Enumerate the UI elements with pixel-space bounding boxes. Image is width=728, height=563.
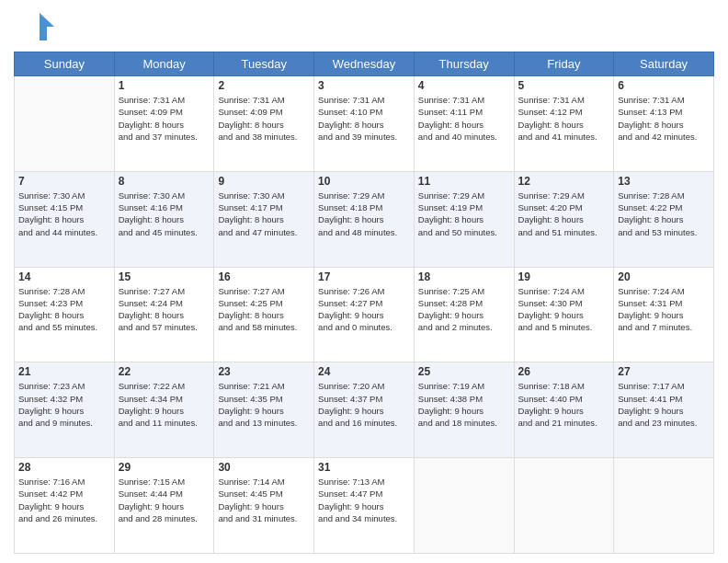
sunset-text: Sunset: 4:20 PM [518, 201, 610, 213]
daylight-minutes: and and 45 minutes. [119, 226, 210, 238]
sunset-text: Sunset: 4:15 PM [18, 201, 110, 213]
calendar-cell: 26Sunrise: 7:18 AMSunset: 4:40 PMDayligh… [514, 362, 614, 458]
day-number: 9 [218, 175, 310, 188]
sunset-text: Sunset: 4:09 PM [218, 106, 310, 118]
daylight-text: Daylight: 8 hours [18, 213, 110, 225]
daylight-minutes: and and 34 minutes. [318, 512, 410, 524]
daylight-minutes: and and 51 minutes. [518, 226, 610, 238]
day-number: 24 [318, 365, 410, 378]
daylight-text: Daylight: 9 hours [119, 405, 210, 417]
calendar-cell: 11Sunrise: 7:29 AMSunset: 4:19 PMDayligh… [414, 171, 514, 267]
daylight-minutes: and and 18 minutes. [418, 417, 510, 429]
sunset-text: Sunset: 4:30 PM [518, 297, 610, 309]
sunrise-text: Sunrise: 7:31 AM [518, 94, 610, 106]
calendar-cell: 15Sunrise: 7:27 AMSunset: 4:24 PMDayligh… [114, 267, 214, 362]
day-number: 4 [418, 79, 510, 92]
daylight-text: Daylight: 8 hours [618, 119, 710, 131]
daylight-text: Daylight: 9 hours [618, 405, 710, 417]
calendar-cell [614, 458, 714, 554]
calendar-cell: 23Sunrise: 7:21 AMSunset: 4:35 PMDayligh… [214, 362, 314, 458]
daylight-text: Daylight: 9 hours [18, 405, 110, 417]
sunrise-text: Sunrise: 7:31 AM [418, 94, 510, 106]
calendar-cell: 4Sunrise: 7:31 AMSunset: 4:11 PMDaylight… [414, 76, 514, 172]
sunset-text: Sunset: 4:37 PM [318, 393, 410, 405]
daylight-minutes: and and 47 minutes. [218, 226, 310, 238]
sunset-text: Sunset: 4:17 PM [218, 201, 310, 213]
week-row-3: 14Sunrise: 7:28 AMSunset: 4:23 PMDayligh… [15, 267, 714, 362]
daylight-text: Daylight: 8 hours [218, 119, 310, 131]
daylight-minutes: and and 44 minutes. [18, 226, 110, 238]
daylight-text: Daylight: 8 hours [518, 213, 610, 225]
sunrise-text: Sunrise: 7:31 AM [218, 94, 310, 106]
daylight-text: Daylight: 9 hours [518, 309, 610, 321]
sunrise-text: Sunrise: 7:25 AM [418, 285, 510, 297]
sunrise-text: Sunrise: 7:29 AM [418, 190, 510, 201]
sunset-text: Sunset: 4:35 PM [218, 393, 310, 405]
daylight-minutes: and and 50 minutes. [418, 226, 510, 238]
weekday-friday: Friday [514, 52, 614, 76]
calendar-cell: 9Sunrise: 7:30 AMSunset: 4:17 PMDaylight… [214, 171, 314, 267]
sunrise-text: Sunrise: 7:30 AM [18, 190, 110, 201]
logo [14, 9, 59, 44]
daylight-minutes: and and 5 minutes. [518, 321, 610, 333]
daylight-text: Daylight: 8 hours [218, 309, 310, 321]
sunrise-text: Sunrise: 7:27 AM [218, 285, 310, 297]
daylight-minutes: and and 11 minutes. [119, 417, 210, 429]
calendar-cell: 5Sunrise: 7:31 AMSunset: 4:12 PMDaylight… [514, 76, 614, 172]
daylight-text: Daylight: 9 hours [418, 405, 510, 417]
daylight-text: Daylight: 9 hours [18, 500, 110, 512]
daylight-text: Daylight: 8 hours [119, 213, 210, 225]
day-number: 15 [119, 270, 210, 283]
daylight-text: Daylight: 9 hours [318, 405, 410, 417]
calendar-cell [414, 458, 514, 554]
calendar-cell: 13Sunrise: 7:28 AMSunset: 4:22 PMDayligh… [614, 171, 714, 267]
calendar-cell: 24Sunrise: 7:20 AMSunset: 4:37 PMDayligh… [314, 362, 415, 458]
day-number: 28 [18, 461, 110, 474]
day-number: 29 [119, 461, 210, 474]
calendar-cell: 18Sunrise: 7:25 AMSunset: 4:28 PMDayligh… [414, 267, 514, 362]
weekday-thursday: Thursday [414, 52, 514, 76]
day-number: 11 [418, 175, 510, 188]
calendar-cell: 19Sunrise: 7:24 AMSunset: 4:30 PMDayligh… [514, 267, 614, 362]
day-number: 20 [618, 270, 710, 283]
sunset-text: Sunset: 4:28 PM [418, 297, 510, 309]
sunset-text: Sunset: 4:24 PM [119, 297, 210, 309]
daylight-minutes: and and 0 minutes. [318, 321, 410, 333]
sunrise-text: Sunrise: 7:13 AM [318, 476, 410, 488]
calendar-cell: 28Sunrise: 7:16 AMSunset: 4:42 PMDayligh… [15, 458, 115, 554]
day-number: 16 [218, 270, 310, 283]
daylight-minutes: and and 2 minutes. [418, 321, 510, 333]
sunrise-text: Sunrise: 7:22 AM [119, 380, 210, 392]
daylight-text: Daylight: 9 hours [318, 500, 410, 512]
sunset-text: Sunset: 4:38 PM [418, 393, 510, 405]
calendar-cell: 8Sunrise: 7:30 AMSunset: 4:16 PMDaylight… [114, 171, 214, 267]
sunrise-text: Sunrise: 7:18 AM [518, 380, 610, 392]
sunrise-text: Sunrise: 7:30 AM [119, 190, 210, 201]
daylight-text: Daylight: 8 hours [418, 213, 510, 225]
sunset-text: Sunset: 4:31 PM [618, 297, 710, 309]
sunrise-text: Sunrise: 7:28 AM [618, 190, 710, 201]
daylight-text: Daylight: 8 hours [218, 213, 310, 225]
daylight-text: Daylight: 9 hours [618, 309, 710, 321]
sunrise-text: Sunrise: 7:24 AM [518, 285, 610, 297]
daylight-minutes: and and 57 minutes. [119, 321, 210, 333]
sunrise-text: Sunrise: 7:31 AM [618, 94, 710, 106]
week-row-1: 1Sunrise: 7:31 AMSunset: 4:09 PMDaylight… [15, 76, 714, 172]
daylight-minutes: and and 40 minutes. [418, 131, 510, 143]
day-number: 12 [518, 175, 610, 188]
calendar-cell: 17Sunrise: 7:26 AMSunset: 4:27 PMDayligh… [314, 267, 415, 362]
daylight-minutes: and and 16 minutes. [318, 417, 410, 429]
daylight-text: Daylight: 8 hours [119, 119, 210, 131]
calendar-cell: 7Sunrise: 7:30 AMSunset: 4:15 PMDaylight… [15, 171, 115, 267]
week-row-4: 21Sunrise: 7:23 AMSunset: 4:32 PMDayligh… [15, 362, 714, 458]
sunset-text: Sunset: 4:25 PM [218, 297, 310, 309]
calendar-cell: 25Sunrise: 7:19 AMSunset: 4:38 PMDayligh… [414, 362, 514, 458]
weekday-monday: Monday [114, 52, 214, 76]
day-number: 19 [518, 270, 610, 283]
calendar-cell [15, 76, 115, 172]
calendar-cell: 1Sunrise: 7:31 AMSunset: 4:09 PMDaylight… [114, 76, 214, 172]
day-number: 13 [618, 175, 710, 188]
daylight-text: Daylight: 8 hours [318, 119, 410, 131]
daylight-minutes: and and 7 minutes. [618, 321, 710, 333]
calendar-cell: 12Sunrise: 7:29 AMSunset: 4:20 PMDayligh… [514, 171, 614, 267]
